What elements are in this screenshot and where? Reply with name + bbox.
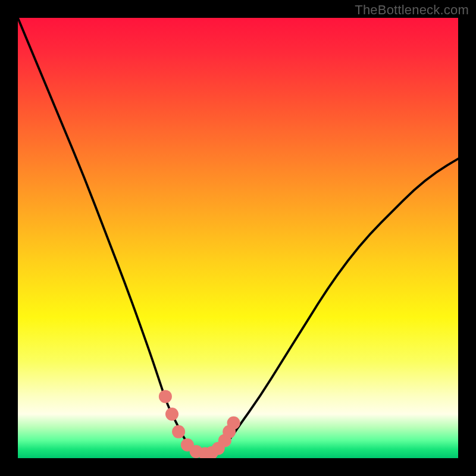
- curve-marker: [165, 408, 178, 421]
- curve-marker: [227, 416, 240, 430]
- bottleneck-curve-svg: [18, 18, 458, 458]
- plot-area: [18, 18, 458, 458]
- curve-marker: [172, 425, 185, 439]
- curve-markers-group: [159, 390, 240, 458]
- watermark-text: TheBottleneck.com: [355, 2, 469, 18]
- chart-frame: TheBottleneck.com: [0, 0, 476, 476]
- curve-marker: [159, 390, 172, 403]
- bottleneck-curve-line: [18, 18, 458, 454]
